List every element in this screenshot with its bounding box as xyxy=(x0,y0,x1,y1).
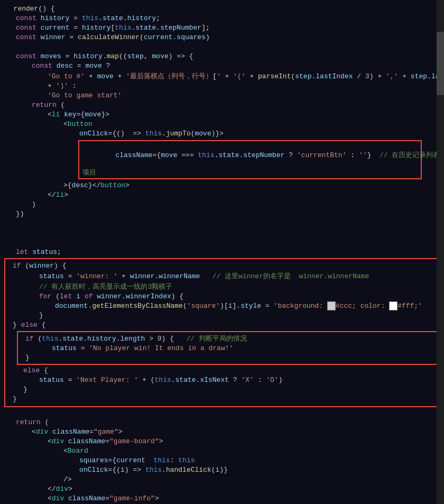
code-line: render() { xyxy=(0,4,444,14)
code-line: status = 'winner: ' + winner.winnerName … xyxy=(7,271,441,281)
code-line-red-box: className={move === this.state.stepNumbe… xyxy=(0,140,444,180)
code-line: <Board xyxy=(0,446,444,456)
code-line: >{desc}</button> xyxy=(0,181,444,190)
code-line: <div className="game-board"> xyxy=(0,437,444,446)
code-line: return ( xyxy=(0,418,444,427)
code-line: status = 'No player win! It ends in a dr… xyxy=(20,344,438,353)
code-line: <button xyxy=(0,120,444,129)
code-line: ) xyxy=(0,200,444,209)
code-line: 'Go to #' + move + '最后落棋点（列号，行号）[' + '('… xyxy=(0,71,444,81)
code-line: } xyxy=(20,353,438,363)
code-line: const desc = move ? xyxy=(0,61,444,71)
empty-line xyxy=(0,228,444,238)
empty-line xyxy=(0,238,444,248)
code-line: if (this.state.history.length > 9) { // … xyxy=(20,333,438,344)
code-line: const history = this.state.history; xyxy=(0,14,444,23)
code-line: let status; xyxy=(0,248,444,257)
code-line: else { xyxy=(7,366,441,375)
code-line: const winner = calculateWinner(current.s… xyxy=(0,33,444,42)
empty-line xyxy=(0,219,444,228)
code-line: 'Go to game start' xyxy=(0,91,444,100)
code-line: document.getElementsByClassName('square'… xyxy=(7,301,441,311)
draw-check-red-box: if (this.state.history.length > 9) { // … xyxy=(17,331,441,365)
scrollbar-thumb[interactable] xyxy=(437,32,444,95)
empty-line xyxy=(0,42,444,52)
winner-block-red-box: if (winner) { status = 'winner: ' + winn… xyxy=(4,258,444,407)
code-line: const moves = history.map((step, move) =… xyxy=(0,52,444,61)
code-line: onClick={(i) => this.handleClick(i)} xyxy=(0,465,444,475)
code-line: } xyxy=(7,385,441,395)
code-line: for (let i of winner.winnerIndex) { xyxy=(7,292,441,301)
code-line: if (winner) { xyxy=(7,261,441,271)
code-line: return ( xyxy=(0,100,444,110)
code-editor: render() { const history = this.state.hi… xyxy=(0,0,444,504)
code-line: squares={current this: this xyxy=(0,456,444,465)
code-line: + ')' : xyxy=(0,81,444,91)
code-line: } xyxy=(7,395,441,404)
code-line: status = 'Next Player: ' + (this.state.x… xyxy=(7,375,441,385)
code-line: }) xyxy=(0,209,444,219)
empty-line xyxy=(0,408,444,418)
code-line: } else { xyxy=(7,320,441,330)
code-line: const current = history[this.state.stepN… xyxy=(0,23,444,33)
code-line: } xyxy=(7,311,441,320)
code-line: <div className="game"> xyxy=(0,427,444,437)
code-line: </li> xyxy=(0,190,444,200)
code-line: </div> xyxy=(0,484,444,494)
code-line: // 有人获胜时，高亮显示成一线的3颗棋子 xyxy=(7,281,441,292)
scrollbar[interactable] xyxy=(437,0,444,504)
code-line: /> xyxy=(0,475,444,484)
code-line: <div className="game-info"> xyxy=(0,494,444,503)
code-line: onClick={() => this.jumpTo(move)}> xyxy=(0,129,444,139)
code-line: <li key={move}> xyxy=(0,110,444,120)
